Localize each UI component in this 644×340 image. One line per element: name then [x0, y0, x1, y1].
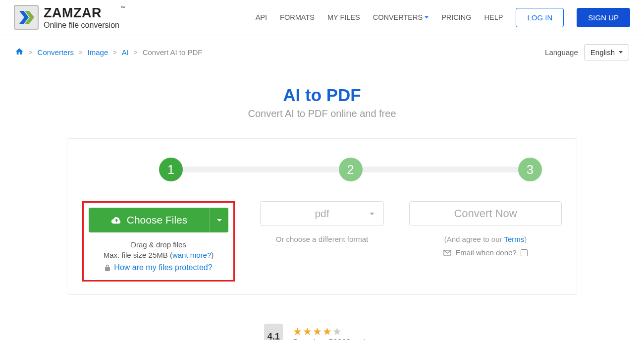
breadcrumb-sep: >	[134, 49, 138, 56]
columns: Choose Files Drag & drop files Max. file…	[77, 201, 567, 282]
breadcrumb-sep: >	[29, 49, 33, 56]
terms-link[interactable]: Terms	[504, 235, 524, 243]
language-area: Language English	[545, 44, 629, 60]
format-hint: Or choose a different format	[246, 235, 398, 243]
col-convert: Convert Now (And agree to our Terms) Ema…	[409, 201, 562, 282]
language-select[interactable]: English	[584, 44, 629, 60]
breadcrumb-sep: >	[113, 49, 117, 56]
rating-text: ★ ★ ★ ★ ★ Based on 52298 reviews	[293, 326, 379, 340]
email-line: Email when done?	[409, 248, 562, 257]
protection-link[interactable]: How are my files protected?	[114, 263, 212, 272]
language-label: Language	[545, 48, 578, 57]
col-choose: Choose Files Drag & drop files Max. file…	[82, 201, 235, 282]
choose-files-button[interactable]: Choose Files	[89, 208, 228, 232]
step-1: 1	[159, 158, 183, 181]
logo-name: ZAMZAR	[44, 5, 102, 20]
choose-files-dropdown[interactable]	[210, 208, 228, 232]
page-subtitle: Convert AI to PDF online and free	[0, 108, 644, 119]
maxsize-prefix: Max. file size 25MB (	[104, 251, 172, 259]
chevron-down-icon	[619, 51, 623, 54]
nav-pricing[interactable]: PRICING	[441, 13, 471, 21]
format-select[interactable]: pdf	[260, 201, 384, 226]
nav: API FORMATS MY FILES CONVERTERS PRICING …	[256, 8, 630, 27]
terms-line: (And agree to our Terms)	[409, 235, 562, 243]
chevron-down-icon	[217, 219, 222, 222]
star-icon: ★	[313, 326, 322, 338]
converter-card: 1 2 3 Choose Files Dra	[67, 138, 577, 295]
breadcrumb-converters[interactable]: Converters	[38, 48, 74, 57]
breadcrumb: > Converters > Image > AI > Convert AI t…	[15, 47, 203, 57]
highlight-box: Choose Files Drag & drop files Max. file…	[82, 201, 235, 282]
mail-icon	[443, 250, 451, 256]
maxsize-hint: Max. file size 25MB (want more?)	[89, 251, 228, 259]
star-icon: ★	[332, 326, 342, 338]
nav-help[interactable]: HELP	[484, 13, 503, 21]
drag-hint: Drag & drop files	[89, 240, 228, 249]
login-button[interactable]: LOG IN	[516, 8, 564, 27]
email-checkbox[interactable]	[521, 249, 528, 256]
rating-section: 4.1 ★ ★ ★ ★ ★ Based on 52298 reviews	[0, 324, 644, 340]
breadcrumb-image[interactable]: Image	[88, 48, 108, 57]
star-icon: ★	[303, 326, 312, 338]
choose-files-label: Choose Files	[127, 214, 188, 226]
convert-button[interactable]: Convert Now	[409, 201, 562, 226]
breadcrumb-ai[interactable]: AI	[122, 48, 129, 57]
breadcrumb-sep: >	[79, 49, 83, 56]
header: ZAMZAR™ Online file conversion API FORMA…	[0, 0, 644, 35]
breadcrumb-current: Convert AI to PDF	[143, 48, 203, 57]
step-indicator: 1 2 3	[77, 158, 567, 181]
maxsize-suffix: )	[211, 251, 214, 259]
nav-formats[interactable]: FORMATS	[280, 13, 315, 21]
rating-stars: ★ ★ ★ ★ ★	[293, 326, 379, 338]
nav-myfiles[interactable]: MY FILES	[327, 13, 360, 21]
email-label: Email when done?	[455, 248, 516, 257]
step-2: 2	[339, 158, 363, 181]
nav-api[interactable]: API	[256, 13, 267, 21]
signup-button[interactable]: SIGN UP	[577, 8, 630, 27]
star-icon: ★	[322, 326, 332, 338]
nav-converters[interactable]: CONVERTERS	[373, 13, 429, 21]
protection-line: How are my files protected?	[89, 263, 228, 272]
agree-prefix: (And agree to our	[444, 235, 504, 243]
lock-icon	[105, 264, 110, 271]
step-3: 3	[518, 158, 542, 181]
agree-suffix: )	[524, 235, 527, 243]
page-title: AI to PDF	[0, 85, 644, 105]
hero: AI to PDF Convert AI to PDF online and f…	[0, 85, 644, 119]
want-more-link[interactable]: want more?	[172, 251, 211, 259]
logo-tagline: Online file conversion	[44, 21, 119, 30]
choose-files-main[interactable]: Choose Files	[89, 208, 210, 232]
nav-converters-label: CONVERTERS	[373, 13, 423, 21]
chevron-down-icon	[425, 16, 429, 18]
logo-text: ZAMZAR™ Online file conversion	[44, 5, 119, 30]
home-icon[interactable]	[15, 47, 24, 57]
logo[interactable]: ZAMZAR™ Online file conversion	[14, 5, 119, 30]
logo-tm: ™	[120, 5, 125, 10]
subheader: > Converters > Image > AI > Convert AI t…	[0, 35, 644, 69]
format-value: pdf	[315, 208, 329, 220]
col-format: pdf Or choose a different format	[246, 201, 398, 282]
chevron-down-icon	[370, 213, 375, 215]
star-icon: ★	[293, 326, 302, 338]
logo-icon	[14, 5, 39, 30]
upload-icon	[111, 215, 122, 225]
rating-score: 4.1	[264, 324, 283, 340]
language-value: English	[590, 48, 615, 57]
